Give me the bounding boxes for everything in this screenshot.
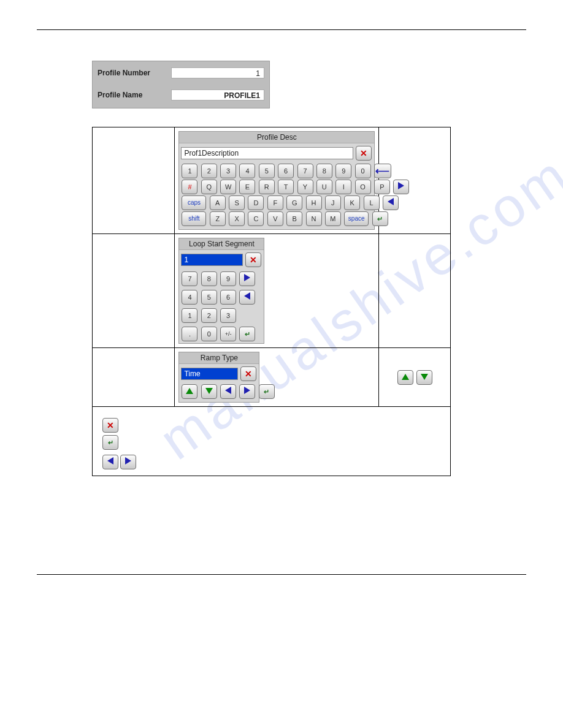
key-e[interactable]: E bbox=[239, 180, 255, 194]
alpha-input[interactable]: Prof1Description bbox=[181, 147, 353, 159]
key-hash[interactable]: # bbox=[182, 180, 197, 194]
profile-name-label: Profile Name bbox=[98, 91, 171, 99]
arrow-down-icon[interactable] bbox=[416, 370, 432, 385]
alpha-keypad-title: Profile Desc bbox=[179, 132, 374, 143]
numeric-input[interactable]: 1 bbox=[181, 254, 243, 266]
key-b[interactable]: B bbox=[286, 211, 302, 226]
key-q[interactable]: Q bbox=[201, 180, 217, 194]
key-7[interactable]: 7 bbox=[182, 271, 197, 286]
key-caps[interactable]: caps bbox=[182, 195, 206, 210]
legend: ✕ ↵ bbox=[102, 418, 446, 472]
key-g[interactable]: G bbox=[286, 195, 302, 210]
key-shift[interactable]: shift bbox=[182, 211, 206, 226]
close-icon[interactable]: ✕ bbox=[245, 252, 261, 267]
key-0[interactable]: 0 bbox=[355, 164, 371, 178]
select-keypad-title: Ramp Type bbox=[179, 352, 259, 364]
enter-icon[interactable]: ↵ bbox=[259, 384, 275, 399]
key-u[interactable]: U bbox=[316, 180, 332, 194]
enter-icon[interactable]: ↵ bbox=[239, 327, 255, 341]
key-9[interactable]: 9 bbox=[335, 164, 351, 178]
arrow-up-icon[interactable] bbox=[397, 370, 413, 385]
alpha-keypad: Profile Desc Prof1Description ✕ 1 2 3 4 … bbox=[178, 131, 375, 230]
key-i[interactable]: I bbox=[335, 180, 351, 194]
backspace-icon[interactable]: ⟵ bbox=[374, 164, 391, 178]
cursor-left-icon bbox=[102, 455, 118, 469]
key-x[interactable]: X bbox=[229, 211, 245, 226]
numeric-keypad-title: Loop Start Segment bbox=[179, 238, 264, 250]
key-5[interactable]: 5 bbox=[201, 290, 217, 305]
cursor-right-icon[interactable] bbox=[239, 384, 255, 399]
key-6[interactable]: 6 bbox=[220, 290, 236, 305]
key-t[interactable]: T bbox=[278, 180, 294, 194]
key-r[interactable]: R bbox=[259, 180, 275, 194]
key-space[interactable]: space bbox=[344, 211, 369, 226]
arrow-down-icon[interactable] bbox=[201, 384, 217, 399]
key-2[interactable]: 2 bbox=[201, 164, 217, 178]
key-1[interactable]: 1 bbox=[182, 308, 197, 323]
arrow-up-icon[interactable] bbox=[182, 384, 197, 399]
bottom-rule bbox=[37, 574, 526, 575]
key-2[interactable]: 2 bbox=[201, 308, 217, 323]
key-v[interactable]: V bbox=[267, 211, 283, 226]
key-m[interactable]: M bbox=[325, 211, 341, 226]
key-4[interactable]: 4 bbox=[182, 290, 197, 305]
enter-icon: ↵ bbox=[102, 435, 118, 450]
key-9[interactable]: 9 bbox=[220, 271, 236, 286]
key-8[interactable]: 8 bbox=[316, 164, 332, 178]
numeric-keypad: Loop Start Segment 1 ✕ 7 8 9 4 5 6 bbox=[178, 238, 264, 344]
close-icon: ✕ bbox=[102, 418, 118, 433]
close-icon[interactable]: ✕ bbox=[240, 366, 256, 381]
profile-card: Profile Number 1 Profile Name PROFILE1 bbox=[92, 61, 270, 108]
profile-name-field[interactable]: PROFILE1 bbox=[171, 89, 264, 100]
close-icon[interactable]: ✕ bbox=[356, 146, 372, 161]
key-j[interactable]: J bbox=[325, 195, 341, 210]
top-rule bbox=[37, 29, 526, 30]
key-z[interactable]: Z bbox=[210, 211, 226, 226]
cursor-right-icon bbox=[120, 455, 136, 469]
key-8[interactable]: 8 bbox=[201, 271, 217, 286]
key-l[interactable]: L bbox=[364, 195, 380, 210]
profile-number-field[interactable]: 1 bbox=[171, 67, 264, 78]
key-y[interactable]: Y bbox=[297, 180, 313, 194]
key-d[interactable]: D bbox=[248, 195, 264, 210]
cursor-left-icon[interactable] bbox=[220, 384, 236, 399]
cursor-left-icon[interactable] bbox=[239, 290, 255, 305]
key-s[interactable]: S bbox=[229, 195, 245, 210]
key-p[interactable]: P bbox=[374, 180, 390, 194]
profile-name-row: Profile Name PROFILE1 bbox=[98, 89, 264, 100]
key-0[interactable]: 0 bbox=[201, 327, 217, 341]
editor-table: Profile Desc Prof1Description ✕ 1 2 3 4 … bbox=[92, 127, 451, 476]
cursor-right-icon[interactable] bbox=[393, 180, 409, 194]
key-dot[interactable]: . bbox=[182, 327, 197, 341]
key-1[interactable]: 1 bbox=[182, 164, 197, 178]
profile-number-label: Profile Number bbox=[98, 69, 171, 77]
select-keypad: Ramp Type Time ✕ ↵ bbox=[178, 352, 259, 403]
key-c[interactable]: C bbox=[248, 211, 264, 226]
key-sign[interactable]: +/- bbox=[220, 327, 236, 341]
key-3[interactable]: 3 bbox=[220, 164, 236, 178]
key-o[interactable]: O bbox=[355, 180, 371, 194]
key-4[interactable]: 4 bbox=[239, 164, 255, 178]
key-3[interactable]: 3 bbox=[220, 308, 236, 323]
enter-icon[interactable]: ↵ bbox=[372, 211, 388, 226]
key-a[interactable]: A bbox=[210, 195, 226, 210]
select-input[interactable]: Time bbox=[181, 368, 238, 380]
key-6[interactable]: 6 bbox=[278, 164, 294, 178]
profile-number-row: Profile Number 1 bbox=[98, 67, 264, 78]
key-h[interactable]: H bbox=[306, 195, 322, 210]
key-n[interactable]: N bbox=[306, 211, 322, 226]
key-w[interactable]: W bbox=[220, 180, 236, 194]
cursor-right-icon[interactable] bbox=[239, 271, 255, 286]
key-5[interactable]: 5 bbox=[259, 164, 275, 178]
key-7[interactable]: 7 bbox=[297, 164, 313, 178]
key-k[interactable]: K bbox=[344, 195, 360, 210]
cursor-left-icon[interactable] bbox=[383, 195, 399, 210]
key-f[interactable]: F bbox=[267, 195, 283, 210]
